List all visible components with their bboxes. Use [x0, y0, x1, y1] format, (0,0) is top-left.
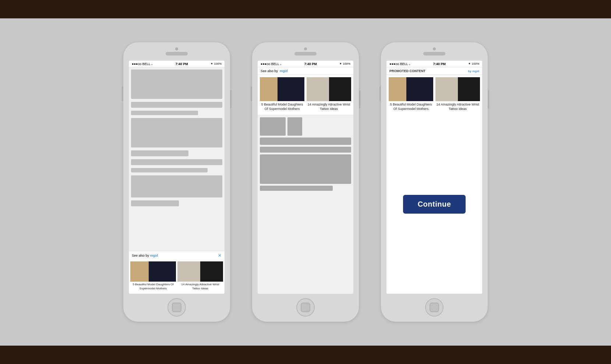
gcb-block-4	[260, 147, 351, 153]
card-3-models[interactable]: 5 Beautiful Model Daughters Of Supermode…	[389, 77, 433, 113]
speaker-bar	[166, 52, 188, 56]
card-img-models	[130, 261, 176, 282]
status-time-3: 7:40 PM	[433, 62, 446, 66]
cards-row-3: 5 Beautiful Model Daughters Of Supermode…	[386, 75, 482, 115]
card2-title-models: 5 Beautiful Model Daughters Of Supermode…	[260, 101, 304, 113]
phone-top-1	[123, 42, 230, 61]
card-2-models[interactable]: 5 Beautiful Model Daughters Of Supermode…	[260, 77, 304, 113]
home-inner-3	[430, 303, 439, 312]
content-block-7	[131, 168, 208, 172]
gcb-block-2	[287, 117, 302, 136]
cards-row-1: 5 Beautiful Model Daughters Of Supermode…	[129, 260, 225, 294]
content-block-9	[131, 200, 179, 206]
phone-1: ●●●oo BELL ᵥ 7:40 PM ✦ 100% See also by	[123, 42, 230, 322]
models-image	[130, 261, 176, 282]
phone-bottom-2	[252, 294, 359, 322]
status-left-2: ●●●oo BELL ᵥ	[261, 62, 282, 66]
card-3-tattoo[interactable]: 14 Amazingly Attractive Wrist Tattoo Ide…	[435, 77, 480, 113]
card-2-tattoo[interactable]: 14 Amazingly Attractive Wrist Tattoo Ide…	[307, 77, 351, 113]
gcb-block-6	[260, 186, 333, 191]
content-block-1	[131, 69, 222, 99]
card2-title-tattoo: 14 Amazingly Attractive Wrist Tattoo Ide…	[307, 101, 351, 113]
main-area: ●●●oo BELL ᵥ 7:40 PM ✦ 100% See also by	[0, 18, 611, 346]
speaker-bar-2	[294, 52, 317, 56]
models-image-3	[389, 77, 433, 101]
content-block-8	[131, 175, 222, 197]
status-time-2: 7:40 PM	[304, 62, 317, 66]
speaker-dot-2	[304, 47, 307, 50]
status-right-2: ✦ 100%	[339, 62, 350, 65]
gray-content-below-2	[258, 115, 353, 294]
content-block-4	[131, 118, 222, 147]
mgid-brand-2[interactable]: mgid	[280, 69, 288, 73]
status-right: ✦ 100%	[211, 62, 222, 65]
see-also-label: See also by mgid	[132, 254, 158, 257]
mgid-brand[interactable]: mgid	[150, 254, 158, 257]
status-left-3: ●●●oo BELL ᵥ	[389, 62, 410, 66]
side-button-right-2	[359, 90, 360, 108]
cards-row-2: 5 Beautiful Model Daughters Of Supermode…	[258, 75, 353, 115]
side-button-left-3	[379, 86, 381, 101]
side-button-left	[122, 86, 123, 101]
tattoo-image	[177, 261, 223, 282]
mgid-brand-3[interactable]: mgid	[472, 69, 479, 73]
promoted-header: PROMOTED CONTENT by mgid	[386, 67, 482, 75]
card3-title-models: 5 Beautiful Model Daughters Of Supermode…	[389, 101, 433, 113]
content-block-6	[131, 159, 222, 165]
side-button-right	[230, 90, 232, 108]
by-mgid: by mgid	[468, 69, 479, 73]
bottom-bar	[0, 346, 611, 364]
tattoo-image-3	[435, 77, 480, 101]
see-also-bar-1: See also by mgid ✕	[129, 251, 225, 260]
phone-bottom-1	[123, 294, 230, 322]
status-time: 7:40 PM	[176, 62, 188, 66]
continue-button[interactable]: Continue	[403, 195, 466, 214]
close-button[interactable]: ✕	[218, 253, 222, 258]
content-block-2	[131, 102, 222, 108]
speaker-dot-3	[433, 47, 436, 50]
card-1-tattoo[interactable]: 14 Amazingly Attractive Wrist Tattoo Ide…	[177, 261, 223, 292]
phone-top-3	[381, 42, 488, 61]
home-inner-2	[301, 303, 310, 312]
phone-screen-3: ●●●oo BELL ᵥ 7:40 PM ✦ 100% PROMOTED CON…	[386, 61, 482, 294]
status-bar-2: ●●●oo BELL ᵥ 7:40 PM ✦ 100%	[258, 61, 353, 67]
card-img-tattoo	[177, 261, 223, 282]
status-bar-1: ●●●oo BELL ᵥ 7:40 PM ✦ 100%	[129, 61, 225, 67]
continue-area: Continue	[386, 115, 482, 294]
tattoo-image-2	[307, 77, 351, 101]
phone-bottom-3	[381, 294, 488, 322]
card-title-tattoo: 14 Amazingly Attractive Wrist Tattoo Ide…	[177, 282, 223, 292]
phone-top-2	[252, 42, 359, 61]
card2-img-tattoo	[307, 77, 351, 101]
home-button-3[interactable]	[425, 298, 444, 317]
phone-screen-2: ●●●oo BELL ᵥ 7:40 PM ✦ 100% See also by …	[258, 61, 353, 294]
models-image-2	[260, 77, 304, 101]
card-1-models[interactable]: 5 Beautiful Model Daughters Of Supermode…	[130, 261, 176, 292]
card3-img-models	[389, 77, 433, 101]
top-bar	[0, 0, 611, 18]
card-title-models: 5 Beautiful Model Daughters Of Supermode…	[130, 282, 176, 292]
card3-img-tattoo	[435, 77, 480, 101]
status-bar-3: ●●●oo BELL ᵥ 7:40 PM ✦ 100%	[386, 61, 482, 67]
phone-screen-1: ●●●oo BELL ᵥ 7:40 PM ✦ 100% See also by	[129, 61, 225, 294]
home-inner	[172, 303, 181, 312]
card3-title-tattoo: 14 Amazingly Attractive Wrist Tattoo Ide…	[435, 101, 480, 113]
promoted-title: PROMOTED CONTENT	[389, 69, 425, 73]
gcb-row-1	[260, 117, 351, 136]
home-button-2[interactable]	[296, 298, 315, 317]
content-block-5	[131, 150, 188, 156]
phone-3: ●●●oo BELL ᵥ 7:40 PM ✦ 100% PROMOTED CON…	[381, 42, 488, 322]
speaker-bar-3	[423, 52, 445, 56]
status-left: ●●●oo BELL ᵥ	[132, 62, 153, 66]
status-right-3: ✦ 100%	[468, 62, 479, 65]
gcb-block-1	[260, 117, 286, 136]
card2-img-models	[260, 77, 304, 101]
home-button-1[interactable]	[167, 298, 186, 317]
content-area-1	[129, 67, 225, 251]
phone-2: ●●●oo BELL ᵥ 7:40 PM ✦ 100% See also by …	[252, 42, 359, 322]
speaker-dot	[175, 47, 178, 50]
content-block-3	[131, 111, 198, 115]
gcb-block-3	[260, 138, 351, 145]
side-button-right-3	[488, 90, 489, 108]
see-also-bar-2: See also by mgid	[258, 67, 353, 75]
